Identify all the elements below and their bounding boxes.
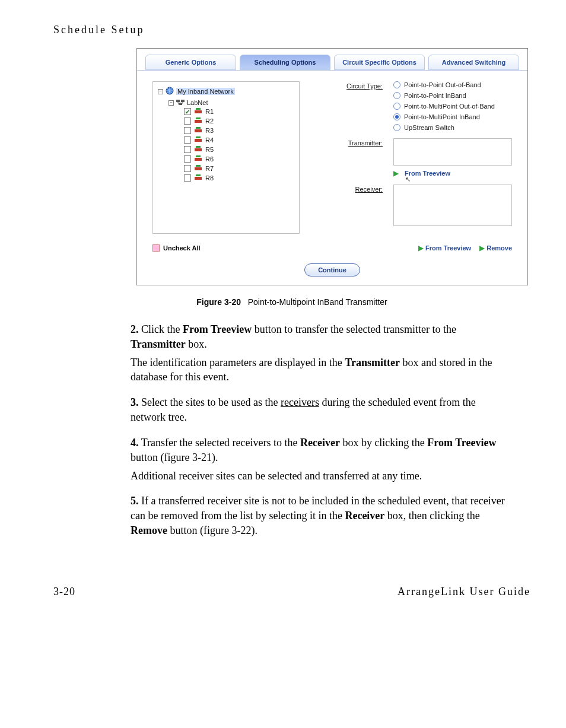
radio-icon	[393, 92, 400, 99]
text-bold: Remove	[131, 524, 167, 536]
arrow-icon: ▶	[479, 244, 485, 252]
checkbox-icon[interactable]	[184, 155, 191, 163]
figure-title: Point-to-Multipoint InBand Transmitter	[248, 297, 387, 307]
collapse-icon[interactable]: −	[158, 89, 163, 94]
tree-item[interactable]: R5	[184, 145, 294, 154]
svg-rect-2	[181, 100, 185, 102]
step-2: 2. Click the From Treeview button to tra…	[131, 322, 513, 384]
text: box, then clicking the	[384, 510, 479, 522]
receiver-box[interactable]	[393, 185, 512, 226]
tree-item-label: R4	[205, 136, 214, 144]
svg-rect-12	[195, 148, 202, 151]
radio-pmp-ib[interactable]: Point-to-MultiPoint InBand	[393, 113, 495, 120]
figure-caption: Figure 3-20 Point-to-Multipoint InBand T…	[53, 297, 530, 307]
cursor-icon: ↖	[405, 176, 411, 183]
tree-item-label: R2	[205, 117, 214, 125]
svg-rect-17	[196, 165, 201, 167]
checkbox-icon[interactable]	[184, 174, 191, 182]
svg-rect-9	[196, 127, 201, 129]
text: box by clicking the	[340, 437, 427, 449]
device-icon	[194, 126, 202, 135]
arrow-icon: ▶	[418, 244, 424, 252]
tree-item[interactable]: R6	[184, 154, 294, 164]
panel-body: − My Inband Network − LabNet ✔R1R2R3R4R5…	[137, 70, 527, 242]
tree-item-label: R3	[205, 127, 214, 134]
svg-rect-11	[196, 136, 201, 138]
text-bold: Receiver	[345, 510, 384, 522]
checkbox-icon[interactable]	[184, 117, 191, 125]
text: button (figure 3-21).	[131, 452, 218, 463]
tree-item-label: R8	[205, 174, 214, 182]
page-number: 3-20	[53, 586, 75, 598]
transmitter-box[interactable]	[393, 138, 512, 166]
device-icon	[194, 136, 202, 144]
collapse-icon[interactable]: −	[168, 100, 174, 106]
text-bold: Receiver	[300, 437, 340, 449]
checkbox-icon[interactable]	[184, 165, 191, 172]
svg-rect-4	[195, 110, 202, 113]
tab-advanced-switching[interactable]: Advanced Switching	[428, 55, 519, 70]
page-header: Schedule Setup	[53, 24, 530, 36]
checkbox-icon[interactable]	[184, 146, 191, 153]
tab-circuit-specific-options[interactable]: Circuit Specific Options	[334, 55, 425, 70]
from-treeview-label: From Treeview	[425, 244, 471, 252]
radio-icon	[393, 124, 400, 131]
tree-item[interactable]: R4	[184, 135, 294, 145]
tree-root[interactable]: − My Inband Network	[158, 87, 294, 96]
radio-pmp-oob[interactable]: Point-to-MultiPoint Out-of-Band	[393, 103, 495, 110]
text: The identification parameters are displa…	[131, 357, 345, 368]
network-tree[interactable]: − My Inband Network − LabNet ✔R1R2R3R4R5…	[152, 81, 300, 234]
radio-icon	[393, 113, 400, 120]
checkbox-icon[interactable]: ✔	[184, 108, 191, 115]
text-bold: Transmitter	[131, 338, 186, 350]
text: Select the sites to be used as the	[141, 396, 281, 408]
svg-rect-1	[176, 100, 180, 102]
device-icon	[194, 117, 202, 125]
tree-item[interactable]: R2	[184, 116, 294, 126]
tree-subnet[interactable]: − LabNet	[168, 98, 294, 107]
radio-icon	[393, 103, 400, 110]
page-footer: 3-20 ArrangeLink User Guide	[53, 586, 530, 598]
tree-item[interactable]: R8	[184, 173, 294, 183]
tree-item-label: R5	[205, 146, 214, 153]
remove-link[interactable]: ▶ Remove	[479, 244, 512, 252]
text-bold: From Treeview	[183, 323, 252, 335]
tab-generic-options[interactable]: Generic Options	[145, 55, 236, 70]
from-treeview-button[interactable]: From Treeview	[405, 170, 450, 177]
bottom-row: Uncheck All ▶ From Treeview ▶ Remove	[137, 242, 527, 261]
device-icon	[194, 174, 202, 182]
radio-upstream[interactable]: UpStream Switch	[393, 124, 495, 131]
continue-button[interactable]: Continue	[304, 263, 360, 276]
radio-pp-ib[interactable]: Point-to-Point InBand	[393, 92, 495, 99]
radio-label: UpStream Switch	[404, 124, 454, 131]
doc-title: ArrangeLink User Guide	[398, 586, 530, 598]
uncheck-all-button[interactable]: Uncheck All	[163, 244, 201, 252]
svg-rect-8	[195, 129, 202, 132]
tab-scheduling-options[interactable]: Scheduling Options	[240, 55, 330, 70]
svg-rect-19	[196, 174, 201, 176]
radio-pp-oob[interactable]: Point-to-Point Out-of-Band	[393, 81, 495, 88]
from-treeview-link[interactable]: ▶ From Treeview	[418, 244, 471, 252]
tree-item[interactable]: ✔R1	[184, 107, 294, 116]
network-icon	[176, 98, 185, 107]
tree-item[interactable]: R3	[184, 126, 294, 135]
uncheck-icon	[152, 244, 160, 252]
svg-rect-10	[195, 139, 202, 142]
text: Additional receiver sites can be selecte…	[131, 469, 513, 484]
checkbox-icon[interactable]	[184, 127, 191, 134]
instruction-list: 2. Click the From Treeview button to tra…	[131, 322, 513, 538]
svg-rect-5	[196, 108, 201, 110]
device-icon	[194, 164, 202, 173]
device-icon	[194, 155, 202, 163]
tree-subnet-label: LabNet	[187, 99, 208, 106]
arrow-icon: ▶	[393, 169, 399, 177]
text: Transfer the selected receivers to the	[141, 437, 300, 449]
radio-icon	[393, 81, 400, 88]
tree-item[interactable]: R7	[184, 164, 294, 173]
tree-root-label: My Inband Network	[176, 88, 235, 95]
step-5: 5. If a transferred receiver site is not…	[131, 494, 513, 538]
checkbox-icon[interactable]	[184, 136, 191, 144]
svg-rect-16	[195, 167, 202, 170]
figure-label: Figure 3-20	[196, 297, 241, 307]
right-pane: Circuit Type: Point-to-Point Out-of-Band…	[317, 81, 512, 234]
